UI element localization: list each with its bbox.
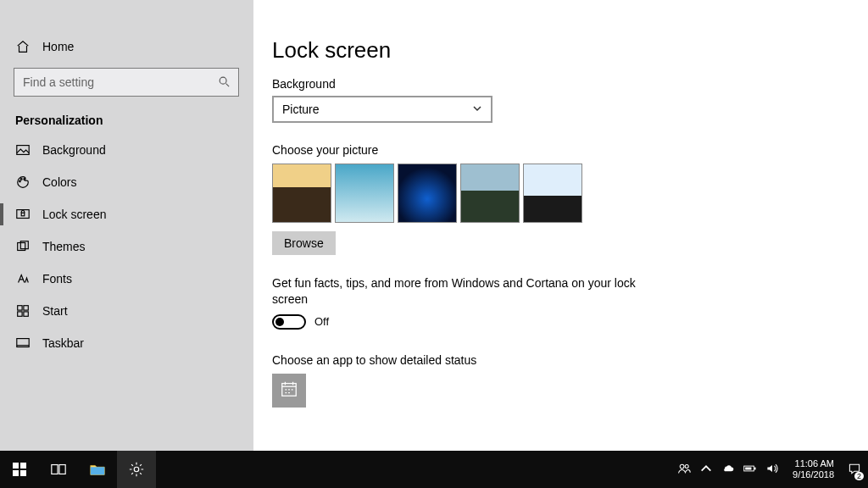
- calendar-icon: [280, 380, 298, 401]
- picture-thumb-5[interactable]: [523, 164, 582, 223]
- sidebar-home[interactable]: Home: [0, 30, 253, 63]
- search-placeholder: Find a setting: [23, 75, 94, 89]
- svg-point-37: [680, 464, 684, 469]
- fun-facts-text: Get fun facts, tips, and more from Windo…: [272, 275, 662, 308]
- start-tiles-icon: [15, 303, 31, 319]
- search-icon: [218, 75, 230, 90]
- svg-rect-16: [18, 312, 22, 316]
- sidebar-item-label: Start: [42, 304, 68, 318]
- svg-rect-34: [59, 465, 65, 474]
- svg-rect-10: [17, 210, 29, 219]
- svg-rect-30: [20, 463, 26, 469]
- background-label: Background: [272, 77, 868, 91]
- detailed-status-app-tile[interactable]: [272, 374, 306, 408]
- toggle-state-label: Off: [314, 315, 329, 328]
- main-pane: Lock screen Background Picture Choose yo…: [253, 0, 868, 451]
- svg-point-38: [685, 464, 688, 468]
- search-input[interactable]: Find a setting: [14, 68, 239, 97]
- taskbar-clock[interactable]: 11:06 AM 9/16/2018: [793, 458, 834, 480]
- svg-rect-40: [754, 467, 755, 469]
- choose-picture-label: Choose your picture: [272, 143, 868, 157]
- svg-point-8: [20, 179, 22, 180]
- sidebar: Home Find a setting Personalization Back…: [0, 0, 253, 451]
- svg-rect-35: [91, 467, 104, 474]
- svg-rect-29: [13, 463, 19, 469]
- svg-rect-31: [13, 470, 19, 476]
- picture-thumbnails: [272, 164, 868, 223]
- picture-thumb-4[interactable]: [460, 164, 520, 223]
- notification-badge: 2: [854, 472, 864, 480]
- picture-thumb-3[interactable]: [398, 164, 457, 223]
- fonts-icon: [15, 271, 31, 286]
- svg-rect-6: [17, 146, 29, 155]
- tray-chevron-up-icon[interactable]: [699, 462, 713, 478]
- sidebar-item-label: Taskbar: [42, 336, 84, 350]
- taskbar-time: 11:06 AM: [793, 458, 834, 469]
- sidebar-item-background[interactable]: Background: [0, 134, 253, 166]
- sidebar-item-themes[interactable]: Themes: [0, 230, 253, 263]
- people-icon[interactable]: [677, 462, 691, 478]
- picture-thumb-1[interactable]: [272, 164, 331, 223]
- svg-rect-33: [52, 465, 58, 474]
- start-button[interactable]: [0, 451, 39, 488]
- chevron-down-icon: [472, 103, 482, 116]
- sidebar-item-label: Colors: [42, 175, 76, 189]
- themes-icon: [15, 239, 31, 254]
- task-view-button[interactable]: [39, 451, 78, 488]
- taskbar-settings-button[interactable]: [117, 451, 156, 488]
- sidebar-item-start[interactable]: Start: [0, 295, 253, 327]
- svg-rect-41: [745, 467, 751, 469]
- home-icon: [15, 39, 31, 54]
- sidebar-category: Personalization: [0, 105, 253, 134]
- background-dropdown[interactable]: Picture: [272, 96, 492, 123]
- battery-icon[interactable]: [743, 462, 757, 478]
- detailed-status-label: Choose an app to show detailed status: [272, 353, 868, 367]
- svg-rect-17: [24, 312, 28, 316]
- sidebar-item-label: Themes: [42, 240, 86, 253]
- action-center-button[interactable]: 2: [848, 462, 861, 478]
- sidebar-item-label: Lock screen: [42, 208, 106, 221]
- sidebar-item-label: Fonts: [42, 272, 72, 286]
- lock-monitor-icon: [15, 207, 31, 222]
- volume-icon[interactable]: [765, 462, 779, 478]
- taskbar: 11:06 AM 9/16/2018 2: [0, 451, 868, 488]
- svg-rect-14: [18, 306, 22, 310]
- svg-rect-15: [24, 306, 28, 310]
- svg-point-7: [19, 180, 21, 182]
- palette-icon: [15, 175, 31, 190]
- browse-button[interactable]: Browse: [272, 231, 336, 255]
- page-title: Lock screen: [272, 37, 868, 64]
- svg-rect-11: [21, 213, 25, 216]
- sidebar-item-fonts[interactable]: Fonts: [0, 263, 253, 295]
- file-explorer-button[interactable]: [78, 451, 117, 488]
- svg-point-36: [134, 467, 138, 471]
- sidebar-home-label: Home: [42, 40, 74, 53]
- background-dropdown-value: Picture: [282, 103, 320, 116]
- taskbar-icon: [15, 336, 31, 351]
- svg-rect-32: [20, 470, 26, 476]
- image-icon: [15, 142, 31, 158]
- fun-facts-toggle[interactable]: [272, 314, 306, 330]
- onedrive-icon[interactable]: [721, 462, 735, 478]
- svg-point-4: [220, 77, 226, 84]
- system-tray: 11:06 AM 9/16/2018 2: [670, 451, 868, 488]
- svg-line-5: [226, 83, 230, 86]
- sidebar-item-lock-screen[interactable]: Lock screen: [0, 198, 253, 230]
- sidebar-item-taskbar[interactable]: Taskbar: [0, 327, 253, 359]
- sidebar-item-colors[interactable]: Colors: [0, 166, 253, 198]
- svg-point-9: [24, 179, 25, 180]
- taskbar-date: 9/16/2018: [793, 469, 834, 480]
- picture-thumb-2[interactable]: [335, 164, 394, 223]
- sidebar-item-label: Background: [42, 143, 106, 157]
